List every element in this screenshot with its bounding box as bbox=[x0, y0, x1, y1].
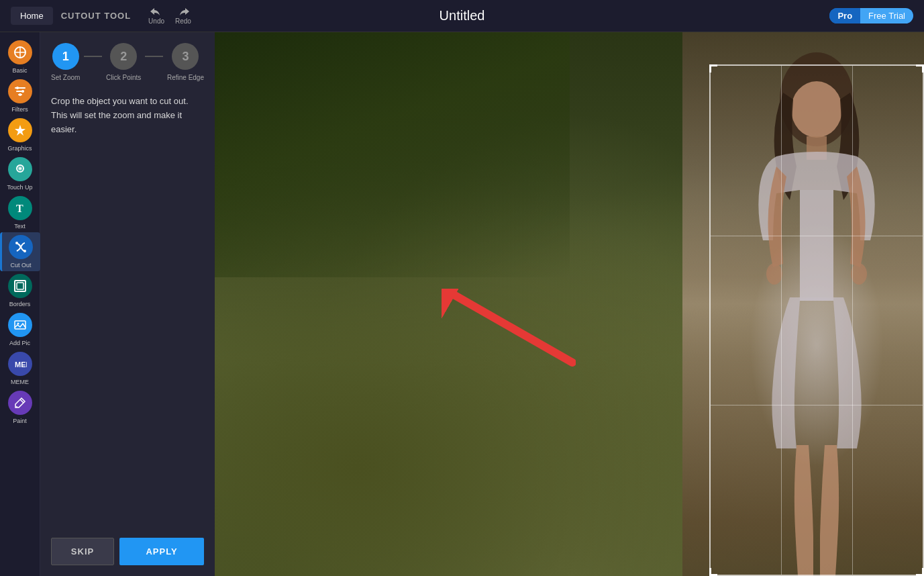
sidebar-item-paint[interactable]: Paint bbox=[0, 388, 40, 427]
text-label: Text bbox=[14, 223, 25, 230]
svg-point-8 bbox=[19, 93, 21, 96]
touchup-label: Touch Up bbox=[7, 184, 32, 191]
sidebar-item-cutout[interactable]: Cut Out bbox=[0, 232, 40, 271]
paint-label: Paint bbox=[13, 418, 27, 424]
pro-label: Pro bbox=[829, 8, 860, 23]
undo-label: Undo bbox=[148, 17, 164, 25]
tree-overlay bbox=[215, 32, 570, 277]
sidebar-item-meme[interactable]: MEME MEME bbox=[0, 349, 40, 388]
main-layout: Basic Filters Graphics bbox=[0, 32, 924, 576]
step-connector-2 bbox=[145, 56, 163, 57]
sidebar-item-filters[interactable]: Filters bbox=[0, 77, 40, 115]
sidebar-item-basic[interactable]: Basic bbox=[0, 38, 40, 77]
svg-point-14 bbox=[15, 242, 18, 244]
canvas-area[interactable] bbox=[215, 32, 924, 576]
svg-point-15 bbox=[23, 250, 26, 252]
svg-point-6 bbox=[16, 87, 19, 89]
meme-label: MEME bbox=[11, 379, 29, 385]
sidebar-item-graphics[interactable]: Graphics bbox=[0, 115, 40, 154]
svg-text:T: T bbox=[16, 203, 23, 214]
skip-button[interactable]: SKIP bbox=[51, 538, 114, 565]
undo-redo-group: Undo Redo bbox=[144, 5, 195, 26]
svg-text:MEME: MEME bbox=[15, 361, 27, 369]
basic-label: Basic bbox=[12, 67, 27, 74]
svg-marker-9 bbox=[15, 125, 25, 136]
step-3: 3 Refine Edge bbox=[167, 43, 204, 81]
step-2-circle: 2 bbox=[110, 43, 137, 70]
graphics-label: Graphics bbox=[7, 145, 32, 152]
step-1: 1 Set Zoom bbox=[51, 43, 80, 81]
filters-icon bbox=[8, 79, 32, 103]
topbar: Home CUTOUT TOOL Undo Redo Untitled Pro … bbox=[0, 0, 924, 32]
meme-icon: MEME bbox=[8, 352, 32, 376]
svg-point-22 bbox=[16, 406, 17, 407]
apply-button[interactable]: APPLY bbox=[119, 538, 204, 565]
steps-row: 1 Set Zoom 2 Click Points 3 Refine Edge bbox=[51, 43, 204, 81]
graphics-icon bbox=[8, 118, 32, 142]
basic-icon bbox=[8, 40, 32, 64]
cutout-label: Cut Out bbox=[10, 262, 31, 269]
paint-icon bbox=[8, 391, 32, 415]
sidebar: Basic Filters Graphics bbox=[0, 32, 40, 576]
sidebar-item-addpic[interactable]: Add Pic bbox=[0, 310, 40, 349]
svg-point-27 bbox=[851, 263, 867, 285]
instruction-text: Crop the object you want to cut out. Thi… bbox=[51, 95, 204, 136]
borders-label: Borders bbox=[9, 301, 31, 307]
svg-point-26 bbox=[766, 263, 782, 285]
step-3-circle: 3 bbox=[172, 43, 199, 70]
step-2: 2 Click Points bbox=[106, 43, 141, 81]
cutout-icon bbox=[9, 235, 33, 259]
step-3-label: Refine Edge bbox=[167, 74, 204, 81]
sidebar-item-text[interactable]: T Text bbox=[0, 193, 40, 232]
svg-point-12 bbox=[19, 168, 21, 170]
filters-label: Filters bbox=[11, 106, 28, 113]
sidebar-item-touchup[interactable]: Touch Up bbox=[0, 154, 40, 193]
woman-figure bbox=[709, 32, 924, 576]
svg-rect-17 bbox=[17, 283, 23, 289]
svg-point-24 bbox=[791, 81, 842, 138]
action-buttons: SKIP APPLY bbox=[51, 538, 204, 565]
addpic-icon bbox=[8, 313, 32, 337]
step-connector-1 bbox=[84, 56, 102, 57]
touchup-icon bbox=[8, 157, 32, 181]
borders-icon bbox=[8, 274, 32, 298]
free-trial-label: Free Trial bbox=[860, 8, 913, 23]
redo-button[interactable]: Redo bbox=[171, 5, 195, 26]
step-1-label: Set Zoom bbox=[51, 74, 80, 81]
redo-label: Redo bbox=[175, 17, 191, 25]
pro-badge[interactable]: Pro Free Trial bbox=[829, 8, 913, 23]
step-1-circle: 1 bbox=[52, 43, 79, 70]
cutout-panel: 1 Set Zoom 2 Click Points 3 Refine Edge … bbox=[40, 32, 215, 576]
sidebar-item-borders[interactable]: Borders bbox=[0, 271, 40, 310]
home-button[interactable]: Home bbox=[11, 7, 53, 25]
tool-title: CUTOUT TOOL bbox=[61, 11, 131, 21]
step-2-label: Click Points bbox=[106, 74, 141, 81]
undo-button[interactable]: Undo bbox=[144, 5, 168, 26]
svg-point-7 bbox=[21, 90, 24, 93]
text-icon: T bbox=[8, 196, 32, 220]
document-title: Untitled bbox=[440, 8, 485, 23]
addpic-label: Add Pic bbox=[9, 340, 30, 346]
